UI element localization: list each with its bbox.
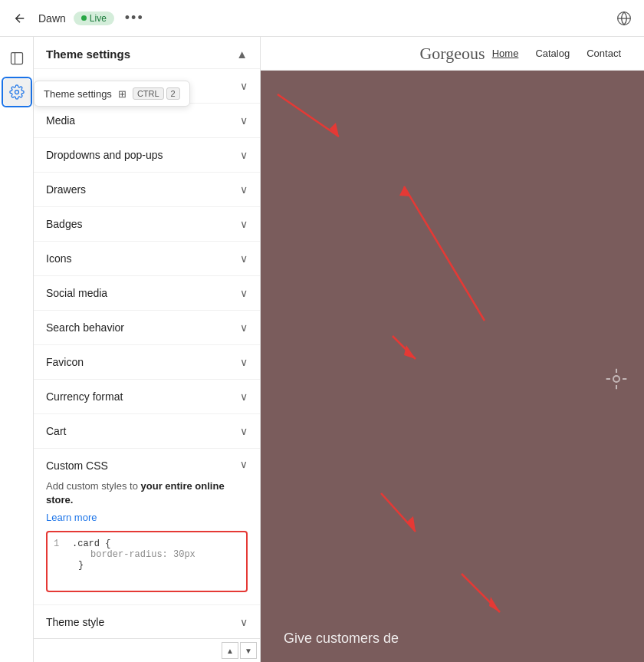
more-options-button[interactable]: ••• [125,10,144,26]
section-item-media[interactable]: Media ∨ [34,104,260,138]
code-editor[interactable]: 1 .card { border-radius: 30px } [46,531,248,592]
chevron-down-icon: ∨ [240,114,248,127]
kbd-2: 2 [166,87,180,100]
chevron-down-icon: ∨ [240,287,248,299]
settings-header: Theme settings ▲ [34,37,260,69]
chevron-down-icon: ∨ [240,149,248,161]
section-item-drawers[interactable]: Drawers ∨ [34,173,260,207]
scroll-arrows: ▲ ▼ [34,638,260,662]
section-label: Social media [46,287,107,299]
chevron-down-icon: ∨ [240,183,248,196]
store-logo: Gorgeous [419,44,485,64]
svg-point-7 [613,376,619,382]
section-label: Badges [46,218,82,230]
section-label: Currency format [46,390,123,403]
nav-link-home[interactable]: Home [492,48,519,59]
live-dot [81,15,87,21]
settings-title: Theme settings [46,48,130,61]
tooltip: Theme settings ⊞ CTRL 2 [34,81,190,107]
nav-link-catalog[interactable]: Catalog [535,48,570,59]
code-text: .card { [72,538,110,549]
svg-point-2 [15,91,18,94]
section-label: Search behavior [46,321,124,334]
preview-area: Gorgeous Home Catalog Contact Give custo… [261,37,644,662]
crosshair-icon [604,367,629,396]
top-bar-right [613,8,635,29]
custom-css-description: Add custom styles to your entire online … [46,479,248,507]
line-number [54,560,63,571]
section-item-search-behavior[interactable]: Search behavior ∨ [34,311,260,345]
chevron-down-icon: ∨ [240,390,248,403]
section-item-social-media[interactable]: Social media ∨ [34,276,260,311]
sidebar-icon-settings[interactable] [3,78,31,106]
preview-frame: Gorgeous Home Catalog Contact Give custo… [261,37,644,662]
code-line-1: 1 .card { [54,538,240,549]
nav-link-contact[interactable]: Contact [586,48,621,59]
section-item-favicon[interactable]: Favicon ∨ [34,345,260,380]
store-name: Dawn [38,12,66,25]
main-layout: Theme settings ▲ Content containers ∨ Me… [0,37,644,662]
section-label: Theme style [46,616,104,628]
section-label: Drawers [46,183,86,196]
hero-section: Give customers de [261,71,644,662]
section-label: Cart [46,425,66,437]
chevron-down-icon: ∨ [240,252,248,265]
code-line-3: } [54,560,240,571]
svg-rect-1 [11,53,22,64]
hero-text: Give customers de [261,615,422,662]
code-line-2: border-radius: 30px [54,549,240,560]
scroll-down-button[interactable]: ▼ [240,642,257,659]
section-item-dropdowns[interactable]: Dropdowns and pop-ups ∨ [34,138,260,173]
sidebar-icon-layout[interactable] [3,44,31,72]
store-nav-links: Home Catalog Contact [492,48,621,59]
settings-panel: Theme settings ▲ Content containers ∨ Me… [34,37,261,662]
chevron-down-icon: ∨ [240,80,248,92]
settings-scroll[interactable]: Content containers ∨ Media ∨ Dropdowns a… [34,69,260,638]
section-item-icons[interactable]: Icons ∨ [34,242,260,276]
tooltip-label: Theme settings [44,88,112,100]
code-text: border-radius: 30px [72,549,196,560]
custom-css-label: Custom CSS [46,459,108,472]
chevron-up-icon: ∧ [240,459,248,472]
line-number: 1 [54,538,63,549]
section-label: Icons [46,252,71,265]
store-nav: Gorgeous Home Catalog Contact [261,37,644,71]
section-label: Dropdowns and pop-ups [46,149,163,161]
learn-more-link[interactable]: Learn more [46,512,248,523]
section-item-theme-style[interactable]: Theme style ∨ [34,605,260,638]
custom-css-section: Custom CSS ∧ Add custom styles to your e… [34,449,260,605]
line-number [54,549,63,560]
kbd-ctrl: CTRL [133,87,164,100]
custom-css-header[interactable]: Custom CSS ∧ [34,449,260,479]
top-bar: Dawn Live ••• [0,0,644,37]
section-label: Favicon [46,356,84,368]
chevron-down-icon: ∨ [240,321,248,334]
custom-css-body: Add custom styles to your entire online … [34,479,260,604]
scroll-up-button[interactable]: ▲ [222,642,238,659]
settings-collapse-icon[interactable]: ▲ [236,48,248,61]
section-item-cart[interactable]: Cart ∨ [34,414,260,449]
tooltip-keyboard-shortcut: CTRL 2 [133,87,180,100]
chevron-down-icon: ∨ [240,356,248,368]
grid-icon: ⊞ [118,88,127,100]
chevron-down-icon: ∨ [240,616,248,628]
section-item-badges[interactable]: Badges ∨ [34,207,260,242]
section-label: Media [46,114,75,127]
chevron-down-icon: ∨ [240,218,248,230]
back-button[interactable] [9,8,31,29]
globe-icon[interactable] [613,8,635,29]
chevron-down-icon: ∨ [240,425,248,437]
section-item-currency-format[interactable]: Currency format ∨ [34,380,260,414]
live-badge: Live [74,12,114,25]
icon-bar [0,37,34,662]
code-text: } [72,560,84,571]
